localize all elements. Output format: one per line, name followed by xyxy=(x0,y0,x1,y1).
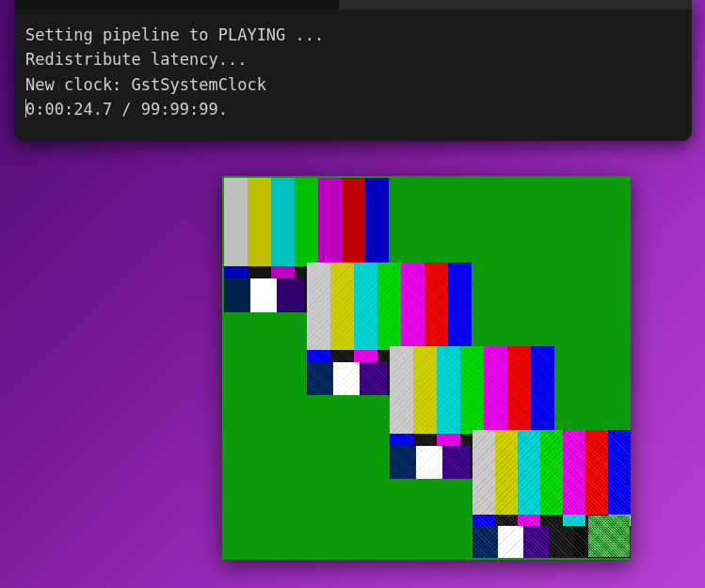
terminal-elapsed-time: 0:00:24.7 xyxy=(25,100,112,119)
bar-blue xyxy=(365,178,389,266)
bar-magenta xyxy=(484,346,507,434)
bar-blue xyxy=(531,346,554,434)
bar-green xyxy=(460,346,484,434)
mbar-black xyxy=(248,266,271,278)
bar-green xyxy=(295,178,318,266)
smpte-top-row xyxy=(307,262,472,350)
smpte-top-row xyxy=(390,346,554,434)
bar-magenta xyxy=(318,178,342,266)
bbar-i xyxy=(307,362,333,395)
mbar-blue xyxy=(473,515,495,526)
mbar-black xyxy=(413,434,437,446)
bar-white xyxy=(390,346,413,434)
bbar-white xyxy=(333,362,360,395)
bar-red xyxy=(507,346,531,434)
bar-cyan xyxy=(437,346,460,434)
terminal-window[interactable]: Setting pipeline to PLAYING ... Redistri… xyxy=(14,0,692,141)
bar-red xyxy=(425,262,448,350)
mbar-black xyxy=(540,515,563,526)
bbar-q xyxy=(523,526,549,558)
mbar-mag xyxy=(271,266,295,278)
mbar-mag xyxy=(518,515,540,526)
bar-white xyxy=(473,430,495,515)
smpte-top-row xyxy=(473,430,631,515)
terminal-titlebar xyxy=(14,0,692,9)
video-output-window[interactable] xyxy=(222,176,631,560)
bar-cyan xyxy=(271,178,295,266)
bar-blue xyxy=(608,430,631,515)
bar-yellow xyxy=(413,346,437,434)
titlebar-tab xyxy=(14,0,339,9)
mbar-black xyxy=(330,350,354,362)
bbar-i xyxy=(473,526,498,558)
mbar-cyan xyxy=(563,515,585,526)
bbar-white xyxy=(498,526,523,558)
bar-blue xyxy=(448,262,472,350)
bar-yellow xyxy=(330,262,354,350)
bbar-i xyxy=(224,278,250,312)
terminal-line-1: Setting pipeline to PLAYING ... xyxy=(25,25,324,44)
terminal-line-3: New clock: GstSystemClock xyxy=(25,75,266,94)
mbar-black xyxy=(495,515,518,526)
mbar-blue xyxy=(307,350,330,362)
bar-cyan xyxy=(354,262,377,350)
bbar-white xyxy=(416,446,442,479)
bar-green xyxy=(377,262,401,350)
bar-magenta xyxy=(563,430,585,515)
bbar-black xyxy=(549,526,574,558)
bbar-q xyxy=(277,278,303,312)
bbar-white xyxy=(250,278,277,312)
terminal-time-separator: / xyxy=(112,100,141,119)
bar-magenta xyxy=(401,262,425,350)
bar-green xyxy=(540,430,563,515)
terminal-line-2: Redistribute latency... xyxy=(25,50,247,69)
bar-white xyxy=(224,178,248,266)
mbar-mag xyxy=(354,350,377,362)
mbar-blue xyxy=(390,434,413,446)
bar-red xyxy=(342,178,365,266)
mbar-blue xyxy=(224,266,248,278)
bbar-q xyxy=(360,362,386,395)
bar-yellow xyxy=(495,430,518,515)
mbar-mag xyxy=(437,434,460,446)
bbar-pluge-minus xyxy=(574,526,585,558)
bar-red xyxy=(585,430,608,515)
bar-white xyxy=(307,262,330,350)
bbar-q xyxy=(442,446,469,479)
bar-yellow xyxy=(248,178,271,266)
bbar-i xyxy=(390,446,416,479)
titlebar-spacer xyxy=(339,0,692,9)
noise-artifact-patch xyxy=(588,516,630,557)
smpte-top-row xyxy=(224,178,389,266)
terminal-output: Setting pipeline to PLAYING ... Redistri… xyxy=(14,9,692,133)
terminal-total-time: 99:99:99. xyxy=(141,100,228,119)
bar-cyan xyxy=(518,430,540,515)
